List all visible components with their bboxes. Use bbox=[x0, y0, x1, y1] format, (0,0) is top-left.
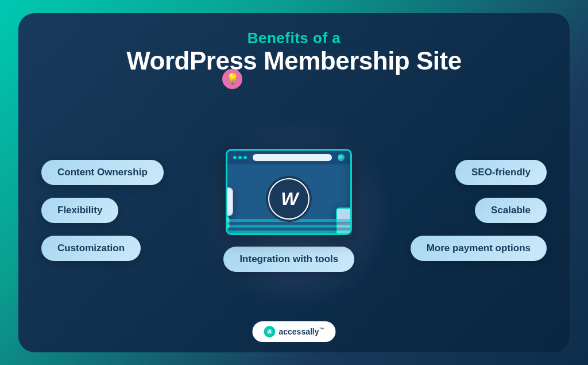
main-title: WordPress Membership Site bbox=[126, 47, 461, 75]
browser-window: 🔍 W bbox=[226, 149, 352, 235]
accessally-svg bbox=[266, 328, 273, 335]
browser-dot-3 bbox=[243, 156, 247, 159]
title-area: Benefits of a WordPress Membership Site bbox=[126, 29, 461, 75]
label-seo: SEO-friendly bbox=[455, 160, 547, 185]
lightbulb-icon: 💡 bbox=[222, 69, 242, 89]
label-content-ownership: Content Ownership bbox=[41, 160, 164, 185]
label-customization: Customization bbox=[41, 236, 141, 261]
bottom-label-container: Integration with tools bbox=[223, 247, 354, 272]
label-integration: Integration with tools bbox=[223, 247, 354, 272]
accessally-brand-text: accessally™ bbox=[278, 326, 324, 336]
search-icon: 🔍 bbox=[338, 154, 345, 161]
subtitle: Benefits of a bbox=[126, 29, 461, 47]
main-card: Benefits of a WordPress Membership Site … bbox=[18, 13, 570, 352]
wordpress-logo: W bbox=[266, 176, 312, 222]
browser-dot-1 bbox=[233, 156, 237, 159]
label-flexibility: Flexibility bbox=[41, 198, 118, 223]
label-scalable: Scalable bbox=[475, 198, 547, 223]
stats-float bbox=[350, 190, 352, 225]
browser-dots bbox=[233, 156, 247, 159]
browser-bar: 🔍 bbox=[227, 151, 350, 164]
right-labels: SEO-friendly Scalable More payment optio… bbox=[411, 160, 547, 261]
content-area: Content Ownership Flexibility Customizat… bbox=[41, 80, 547, 341]
accessally-icon bbox=[264, 326, 275, 337]
label-payment: More payment options bbox=[411, 236, 547, 261]
center-illustration: 💡 🔍 W bbox=[168, 80, 411, 341]
doc-lines bbox=[351, 157, 352, 176]
wp-letter: W bbox=[269, 179, 308, 218]
accessally-logo: accessally™ bbox=[252, 321, 335, 342]
left-labels: Content Ownership Flexibility Customizat… bbox=[41, 160, 168, 261]
browser-search-bar bbox=[253, 154, 332, 161]
video-float bbox=[226, 187, 233, 216]
document-float bbox=[350, 156, 352, 189]
browser-dot-2 bbox=[238, 156, 242, 159]
browser-content: W bbox=[227, 164, 350, 233]
